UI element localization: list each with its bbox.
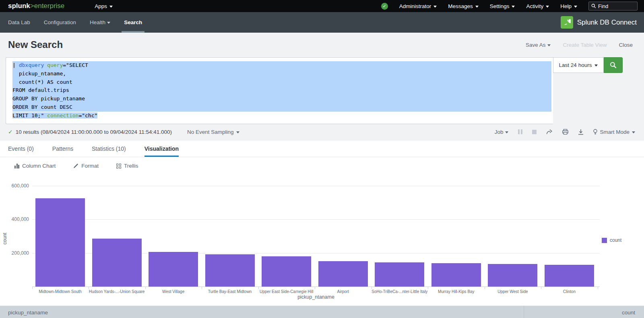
tab-patterns[interactable]: Patterns (52, 141, 73, 157)
query-line: GROUP BY pickup_ntaname (12, 95, 551, 103)
top-menu-help[interactable]: Help (560, 3, 577, 9)
y-tick-label: 600,000 (3, 183, 29, 189)
x-tick-mark (598, 287, 598, 289)
query-text: GROUP BY pickup_ntaname (12, 96, 85, 102)
page-header: New Search Save As Create Table View Clo… (0, 37, 644, 53)
bar-hudson-yards-union-square[interactable] (92, 239, 142, 287)
query-text: ORDER BY count DESC (12, 104, 72, 110)
bar-west-village[interactable] (149, 252, 198, 287)
pause-job-icon (518, 129, 522, 134)
chevron-down-icon (574, 6, 577, 8)
bar-soho-tribeca-nter-little-italy[interactable] (375, 262, 424, 287)
header-actions: Save As Create Table View Close (526, 42, 633, 48)
print-icon[interactable] (562, 129, 568, 135)
y-tick-label: 400,000 (3, 216, 29, 222)
search-section: New Search Save As Create Table View Clo… (0, 33, 644, 141)
top-menu-label: Settings (490, 3, 510, 9)
x-tick-mark (89, 287, 89, 289)
results-section: Events (0)PatternsStatistics (10)Visuali… (0, 141, 644, 318)
query-text: ="SELECT (63, 62, 88, 68)
bar-clinton[interactable] (545, 265, 594, 287)
chevron-down-icon (594, 64, 598, 67)
gridline (32, 219, 600, 220)
tab-events-0[interactable]: Events (0) (8, 141, 34, 157)
logo-brand: splunk (8, 2, 30, 10)
column-chart-icon (14, 164, 19, 168)
lightbulb-icon (593, 129, 597, 135)
chart-type-button[interactable]: Column Chart (14, 163, 56, 169)
table-column-pickup-ntaname[interactable]: pickup_ntaname (8, 310, 48, 316)
x-category-label: Upper West Side (485, 289, 541, 294)
x-category-label: Clinton (541, 289, 597, 294)
splunk-search-page: splunk>enterprise Apps ✓ AdministratorMe… (0, 0, 644, 318)
save-as-button[interactable]: Save As (526, 42, 551, 48)
nav-item-health[interactable]: Health (90, 12, 110, 33)
search-mode-menu[interactable]: Smart Mode (593, 129, 635, 135)
top-menu-label: Activity (526, 3, 543, 9)
job-status-row: ✓ 10 results (08/04/2024 11:00:00.000 to… (0, 126, 644, 138)
bar-turtle-bay-east-midtown[interactable] (205, 254, 255, 287)
x-category-label: Turtle Bay-East Midtown (202, 289, 258, 294)
health-status-ok-icon[interactable]: ✓ (381, 3, 388, 10)
x-tick-mark (258, 287, 259, 289)
trellis-button[interactable]: Trellis (116, 163, 138, 169)
trellis-icon (116, 164, 121, 168)
chevron-down-icon (512, 6, 515, 8)
query-line: LIMIT 10;" connection="chc" (12, 112, 551, 120)
x-tick-mark (32, 287, 33, 289)
tab-statistics-10[interactable]: Statistics (10) (92, 141, 126, 157)
app-identity[interactable]: Splunk DB Connect (561, 16, 637, 29)
top-menu-messages[interactable]: Messages (448, 3, 479, 9)
query-modifier: connection (47, 112, 78, 118)
query-text: count(*) AS count (12, 79, 72, 85)
run-search-button[interactable] (604, 57, 623, 73)
top-menu-activity[interactable]: Activity (526, 3, 549, 9)
bar-murray-hill-kips-bay[interactable] (431, 263, 481, 287)
format-button[interactable]: Format (73, 163, 99, 169)
legend-swatch (602, 238, 607, 243)
query-line: | dbxquery query="SELECT (12, 61, 551, 70)
x-tick-mark (372, 287, 372, 289)
close-button[interactable]: Close (619, 42, 633, 48)
search-mode-label: Smart Mode (600, 129, 630, 135)
bar-airport[interactable] (318, 261, 368, 287)
chart-type-label: Column Chart (22, 163, 56, 169)
find-search-box[interactable] (588, 2, 638, 10)
pencil-icon (73, 163, 78, 168)
top-menu-settings[interactable]: Settings (490, 3, 515, 9)
time-range-picker[interactable]: Last 24 hours (553, 57, 604, 73)
tab-visualization[interactable]: Visualization (144, 141, 179, 157)
apps-menu-label: Apps (95, 3, 107, 9)
job-menu[interactable]: Job (495, 129, 509, 135)
format-label: Format (81, 163, 99, 169)
search-query-input[interactable]: | dbxquery query="SELECT pickup_ntaname,… (6, 57, 553, 124)
app-nav-bar: Data LabConfigurationHealthSearch Splunk… (0, 12, 644, 33)
chart-legend[interactable]: count (602, 237, 621, 243)
bar-upper-east-side-carnegie-hill[interactable] (262, 256, 311, 287)
query-text (44, 62, 47, 68)
table-column-count[interactable]: count (622, 310, 635, 316)
top-bar-right: ✓ AdministratorMessagesSettingsActivityH… (381, 2, 638, 10)
job-menu-label: Job (495, 129, 504, 135)
bar-midtown-midtown-south[interactable] (35, 198, 85, 287)
splunk-logo[interactable]: splunk>enterprise (8, 2, 64, 10)
top-menu-administrator[interactable]: Administrator (399, 3, 437, 9)
bar-upper-west-side[interactable] (488, 264, 537, 287)
chevron-down-icon (547, 44, 551, 46)
apps-menu[interactable]: Apps (95, 3, 113, 9)
nav-item-data-lab[interactable]: Data Lab (8, 12, 30, 33)
top-menu-label: Administrator (399, 3, 431, 9)
nav-item-search[interactable]: Search (124, 12, 142, 33)
x-tick-mark (541, 287, 541, 289)
query-line: FROM default.trips (12, 86, 551, 95)
y-tick-label: 200,000 (3, 250, 29, 256)
column-divider (524, 306, 524, 318)
export-download-icon[interactable] (578, 129, 584, 135)
share-job-icon[interactable] (546, 129, 553, 135)
nav-item-configuration[interactable]: Configuration (44, 12, 76, 33)
trellis-label: Trellis (124, 163, 138, 169)
x-category-label: Hudson Yards-...-Union Square (89, 289, 145, 294)
event-sampling-menu[interactable]: No Event Sampling (187, 129, 239, 135)
x-category-label: Upper East Side-Carnegie Hill (258, 289, 315, 294)
find-input[interactable] (598, 3, 633, 9)
